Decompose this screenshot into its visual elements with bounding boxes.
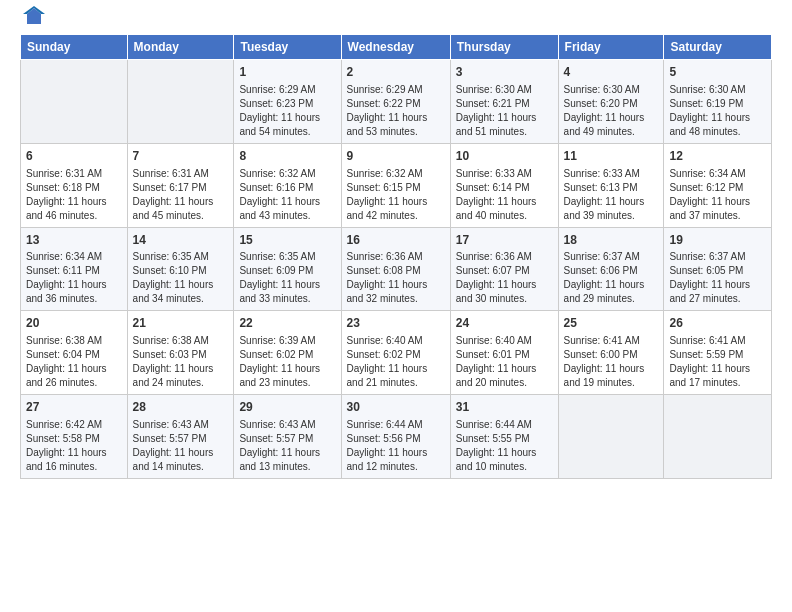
day-number: 13	[26, 232, 122, 249]
sunset-text: Sunset: 6:23 PM	[239, 97, 335, 111]
daylight-text: Daylight: 11 hours and 51 minutes.	[456, 111, 553, 139]
sunset-text: Sunset: 6:17 PM	[133, 181, 229, 195]
daylight-text: Daylight: 11 hours and 13 minutes.	[239, 446, 335, 474]
sunset-text: Sunset: 6:20 PM	[564, 97, 659, 111]
sunset-text: Sunset: 6:09 PM	[239, 264, 335, 278]
sunrise-text: Sunrise: 6:32 AM	[239, 167, 335, 181]
sunset-text: Sunset: 6:04 PM	[26, 348, 122, 362]
sunset-text: Sunset: 6:02 PM	[347, 348, 445, 362]
daylight-text: Daylight: 11 hours and 33 minutes.	[239, 278, 335, 306]
sunrise-text: Sunrise: 6:44 AM	[456, 418, 553, 432]
weekday-header: Monday	[127, 35, 234, 60]
calendar-cell: 11Sunrise: 6:33 AMSunset: 6:13 PMDayligh…	[558, 143, 664, 227]
sunset-text: Sunset: 6:06 PM	[564, 264, 659, 278]
weekday-header: Saturday	[664, 35, 772, 60]
page-container: SundayMondayTuesdayWednesdayThursdayFrid…	[0, 0, 792, 489]
calendar-week-row: 20Sunrise: 6:38 AMSunset: 6:04 PMDayligh…	[21, 311, 772, 395]
day-number: 28	[133, 399, 229, 416]
daylight-text: Daylight: 11 hours and 14 minutes.	[133, 446, 229, 474]
sunrise-text: Sunrise: 6:31 AM	[26, 167, 122, 181]
sunrise-text: Sunrise: 6:34 AM	[669, 167, 766, 181]
calendar-cell	[664, 395, 772, 479]
sunrise-text: Sunrise: 6:36 AM	[456, 250, 553, 264]
sunrise-text: Sunrise: 6:37 AM	[669, 250, 766, 264]
logo-icon	[23, 6, 45, 28]
sunset-text: Sunset: 6:12 PM	[669, 181, 766, 195]
sunset-text: Sunset: 5:56 PM	[347, 432, 445, 446]
calendar-cell: 7Sunrise: 6:31 AMSunset: 6:17 PMDaylight…	[127, 143, 234, 227]
daylight-text: Daylight: 11 hours and 30 minutes.	[456, 278, 553, 306]
sunrise-text: Sunrise: 6:44 AM	[347, 418, 445, 432]
logo	[20, 16, 45, 22]
daylight-text: Daylight: 11 hours and 48 minutes.	[669, 111, 766, 139]
daylight-text: Daylight: 11 hours and 40 minutes.	[456, 195, 553, 223]
calendar-cell: 27Sunrise: 6:42 AMSunset: 5:58 PMDayligh…	[21, 395, 128, 479]
calendar-cell: 24Sunrise: 6:40 AMSunset: 6:01 PMDayligh…	[450, 311, 558, 395]
weekday-header: Sunday	[21, 35, 128, 60]
calendar-cell: 13Sunrise: 6:34 AMSunset: 6:11 PMDayligh…	[21, 227, 128, 311]
calendar-cell	[21, 60, 128, 144]
daylight-text: Daylight: 11 hours and 17 minutes.	[669, 362, 766, 390]
day-number: 11	[564, 148, 659, 165]
calendar-cell: 12Sunrise: 6:34 AMSunset: 6:12 PMDayligh…	[664, 143, 772, 227]
day-number: 2	[347, 64, 445, 81]
calendar-table: SundayMondayTuesdayWednesdayThursdayFrid…	[20, 34, 772, 479]
daylight-text: Daylight: 11 hours and 49 minutes.	[564, 111, 659, 139]
day-number: 29	[239, 399, 335, 416]
calendar-cell: 31Sunrise: 6:44 AMSunset: 5:55 PMDayligh…	[450, 395, 558, 479]
calendar-cell: 15Sunrise: 6:35 AMSunset: 6:09 PMDayligh…	[234, 227, 341, 311]
sunrise-text: Sunrise: 6:35 AM	[133, 250, 229, 264]
daylight-text: Daylight: 11 hours and 37 minutes.	[669, 195, 766, 223]
sunset-text: Sunset: 5:57 PM	[239, 432, 335, 446]
day-number: 1	[239, 64, 335, 81]
weekday-header: Thursday	[450, 35, 558, 60]
calendar-cell	[558, 395, 664, 479]
calendar-week-row: 27Sunrise: 6:42 AMSunset: 5:58 PMDayligh…	[21, 395, 772, 479]
sunset-text: Sunset: 6:16 PM	[239, 181, 335, 195]
day-number: 16	[347, 232, 445, 249]
sunrise-text: Sunrise: 6:43 AM	[133, 418, 229, 432]
calendar-cell: 8Sunrise: 6:32 AMSunset: 6:16 PMDaylight…	[234, 143, 341, 227]
day-number: 12	[669, 148, 766, 165]
day-number: 23	[347, 315, 445, 332]
day-number: 24	[456, 315, 553, 332]
sunset-text: Sunset: 6:08 PM	[347, 264, 445, 278]
sunset-text: Sunset: 6:03 PM	[133, 348, 229, 362]
calendar-cell: 23Sunrise: 6:40 AMSunset: 6:02 PMDayligh…	[341, 311, 450, 395]
daylight-text: Daylight: 11 hours and 32 minutes.	[347, 278, 445, 306]
calendar-cell: 17Sunrise: 6:36 AMSunset: 6:07 PMDayligh…	[450, 227, 558, 311]
calendar-cell: 30Sunrise: 6:44 AMSunset: 5:56 PMDayligh…	[341, 395, 450, 479]
calendar-cell	[127, 60, 234, 144]
calendar-cell: 4Sunrise: 6:30 AMSunset: 6:20 PMDaylight…	[558, 60, 664, 144]
daylight-text: Daylight: 11 hours and 24 minutes.	[133, 362, 229, 390]
daylight-text: Daylight: 11 hours and 12 minutes.	[347, 446, 445, 474]
sunset-text: Sunset: 5:58 PM	[26, 432, 122, 446]
sunrise-text: Sunrise: 6:41 AM	[669, 334, 766, 348]
sunrise-text: Sunrise: 6:30 AM	[456, 83, 553, 97]
calendar-cell: 1Sunrise: 6:29 AMSunset: 6:23 PMDaylight…	[234, 60, 341, 144]
day-number: 7	[133, 148, 229, 165]
calendar-cell: 16Sunrise: 6:36 AMSunset: 6:08 PMDayligh…	[341, 227, 450, 311]
sunset-text: Sunset: 6:15 PM	[347, 181, 445, 195]
sunset-text: Sunset: 6:14 PM	[456, 181, 553, 195]
sunrise-text: Sunrise: 6:30 AM	[669, 83, 766, 97]
calendar-cell: 26Sunrise: 6:41 AMSunset: 5:59 PMDayligh…	[664, 311, 772, 395]
day-number: 20	[26, 315, 122, 332]
day-number: 14	[133, 232, 229, 249]
sunrise-text: Sunrise: 6:29 AM	[239, 83, 335, 97]
daylight-text: Daylight: 11 hours and 45 minutes.	[133, 195, 229, 223]
day-number: 17	[456, 232, 553, 249]
day-number: 18	[564, 232, 659, 249]
sunrise-text: Sunrise: 6:30 AM	[564, 83, 659, 97]
sunrise-text: Sunrise: 6:31 AM	[133, 167, 229, 181]
sunrise-text: Sunrise: 6:38 AM	[26, 334, 122, 348]
sunset-text: Sunset: 6:18 PM	[26, 181, 122, 195]
daylight-text: Daylight: 11 hours and 10 minutes.	[456, 446, 553, 474]
sunrise-text: Sunrise: 6:40 AM	[456, 334, 553, 348]
calendar-cell: 28Sunrise: 6:43 AMSunset: 5:57 PMDayligh…	[127, 395, 234, 479]
daylight-text: Daylight: 11 hours and 19 minutes.	[564, 362, 659, 390]
calendar-week-row: 6Sunrise: 6:31 AMSunset: 6:18 PMDaylight…	[21, 143, 772, 227]
header	[20, 16, 772, 22]
sunset-text: Sunset: 6:01 PM	[456, 348, 553, 362]
weekday-header: Friday	[558, 35, 664, 60]
